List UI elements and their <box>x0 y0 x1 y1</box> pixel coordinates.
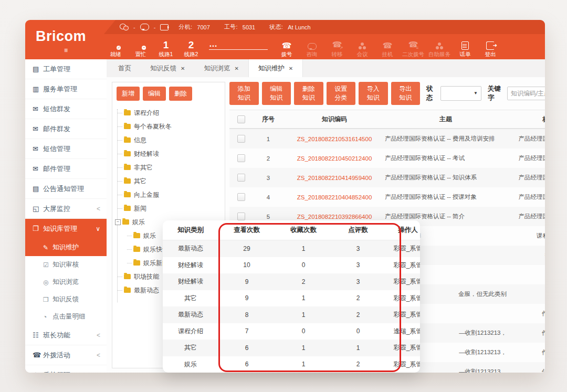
sidebar-item-announcement[interactable]: ▤公告通知管理 <box>25 179 107 199</box>
toolbar-button-设置分类[interactable]: 设置分类 <box>327 82 356 105</box>
agent-action-line1[interactable]: 1线路1 <box>155 37 176 58</box>
wechat-icon[interactable] <box>120 24 129 30</box>
sidebar-subitem-kb-browse[interactable]: ◎知识浏览 <box>25 273 107 291</box>
agent-id-label: 工号: <box>224 23 238 31</box>
call-action-call-record[interactable]: 话单 <box>455 37 476 58</box>
line1-icon: 1 <box>163 40 169 50</box>
tag-cell: 作文素材 <box>512 368 545 373</box>
sidebar-item-big-screen[interactable]: ◱大屏监控< <box>25 199 107 219</box>
service-order-icon: ▥ <box>33 85 43 93</box>
sidebar-subitem-click-detail[interactable]: ◔点击量明细 <box>25 308 107 325</box>
row-checkbox[interactable] <box>237 135 245 143</box>
toolbar-button-导入知识[interactable]: 导入知识 <box>359 82 388 105</box>
tree-node[interactable]: 每个春夏秋冬 <box>118 120 222 133</box>
call-action-dial[interactable]: ☎拨号 <box>276 37 297 58</box>
folder-icon <box>133 247 140 252</box>
tree-node-label: 信息 <box>134 136 146 145</box>
call-action-label: 挂机 <box>382 51 393 58</box>
chat-icon[interactable] <box>140 24 149 30</box>
operator-cell: 彩霞_系管 <box>384 360 420 369</box>
tab-知识反馈[interactable]: 知识反馈✕ <box>141 59 194 77</box>
sidebar-item-mail-manage[interactable]: ✉邮件管理 <box>25 159 107 179</box>
sidebar-item-label: 公告通知管理 <box>43 184 101 194</box>
subject-cell: 产品经理国际资格认证 -- 授课对象 <box>385 193 507 201</box>
keyword-input[interactable] <box>507 87 545 100</box>
sidebar-subitem-kb-maintain[interactable]: ✎知识维护 <box>25 239 107 256</box>
tree-connector <box>118 195 122 195</box>
tab-首页[interactable]: 首页 <box>109 59 141 77</box>
row-checkbox[interactable] <box>237 193 245 201</box>
tree-connector <box>118 277 122 277</box>
tree-button-新增[interactable]: 新增 <box>117 87 140 101</box>
dial-number-line[interactable]: … <box>209 41 268 50</box>
call-action-logout[interactable]: 登出 <box>480 37 501 58</box>
tab-知识维护[interactable]: 知识维护✕ <box>248 59 303 77</box>
tree-node[interactable]: 其它 <box>118 174 222 188</box>
call-action-label: 话单 <box>460 51 471 58</box>
sidebar-item-sms-broadcast[interactable]: ✉短信群发 <box>25 99 107 119</box>
knowledge-code-link[interactable]: ZS_2018082210404852400 <box>284 194 385 200</box>
knowledge-code-link[interactable]: ZS_2018082210392866400 <box>284 214 385 220</box>
sidebar-item-squad-leader[interactable]: ☷班长功能< <box>25 325 107 345</box>
row-checkbox[interactable] <box>237 154 245 162</box>
tree-button-编辑[interactable]: 编辑 <box>143 87 166 101</box>
tree-connector <box>118 126 122 127</box>
tree-node-label: 最新动态 <box>134 286 159 295</box>
tree-node[interactable]: 信息 <box>118 133 222 147</box>
column-header: 知识编码 <box>284 115 385 124</box>
sidebar-item-label: 外拨活动 <box>43 351 97 360</box>
tree-node[interactable]: 新闻 <box>118 202 222 215</box>
toolbar-button-添加知识[interactable]: 添加知识 <box>229 82 259 105</box>
tree-button-删除[interactable]: 删除 <box>169 87 192 101</box>
agent-action-line2[interactable]: 2线路2 <box>181 37 202 58</box>
toolbar-button-删除知识[interactable]: 删除知识 <box>294 82 323 105</box>
sidebar-item-quality-check[interactable]: ❖质检管理< <box>25 365 107 373</box>
comments-cell: 3 <box>332 278 384 285</box>
tree-node[interactable]: 非其它 <box>118 161 222 174</box>
toolbar-button-导出知识[interactable]: 导出知识 <box>391 82 421 105</box>
sidebar-item-knowledge-base[interactable]: ❐知识库管理∨ <box>25 219 107 239</box>
agent-status-label: 状态: <box>269 23 283 31</box>
views-cell: 6 <box>218 344 275 352</box>
agent-action-busy[interactable]: −置忙 <box>130 37 151 58</box>
agent-action-ready[interactable]: ✓就绪 <box>105 37 126 58</box>
sidebar-subitem-kb-audit[interactable]: ☑知识审核 <box>25 256 107 273</box>
sidebar-item-mail-broadcast[interactable]: ✉邮件群发 <box>25 119 107 139</box>
status-select[interactable]: ▼ <box>440 86 481 101</box>
sidebar-item-label: 服务单管理 <box>43 84 101 94</box>
sidebar-item-service-order[interactable]: ▥服务单管理 <box>25 79 107 99</box>
sidebar-subitem-kb-feedback[interactable]: ❒知识反馈 <box>25 291 107 308</box>
knowledge-code-link[interactable]: ZS_2018082210531614500 <box>284 136 385 142</box>
comments-cell: 2 <box>332 361 384 368</box>
favorites-cell: 1 <box>275 294 332 302</box>
tree-node[interactable]: 向上金服 <box>118 188 222 202</box>
views-cell: 9 <box>218 294 275 302</box>
row-checkbox[interactable] <box>237 174 245 182</box>
close-tab-icon[interactable]: ✕ <box>289 66 293 71</box>
sidebar-item-label: 质检管理 <box>43 370 97 373</box>
sidebar-item-outbound[interactable]: ☎外拨活动< <box>25 345 107 365</box>
select-all-checkbox[interactable] <box>237 115 245 123</box>
video-icon[interactable] <box>160 24 169 30</box>
collapse-icon[interactable]: − <box>115 219 121 225</box>
call-action-label: 自助服务 <box>428 51 450 58</box>
knowledge-code-link[interactable]: ZS_2018082210450212400 <box>284 155 385 162</box>
knowledge-code-link[interactable]: ZS_2018082210414959400 <box>284 175 385 181</box>
row-checkbox-cell <box>229 174 253 182</box>
sidebar-item-work-order[interactable]: ▤工单管理 <box>25 59 107 79</box>
tree-node[interactable]: 财经解读 <box>118 147 222 161</box>
chat-status-dash: - <box>154 24 156 30</box>
tag-cell: 产品经理国际资格认证 <box>507 154 545 162</box>
hamburger-icon[interactable]: ≡ <box>64 48 68 53</box>
toolbar-button-编辑知识[interactable]: 编辑知识 <box>262 82 291 105</box>
row-checkbox[interactable] <box>237 213 245 220</box>
close-tab-icon[interactable]: ✕ <box>234 66 238 71</box>
close-tab-icon[interactable]: ✕ <box>181 66 185 71</box>
tree-node-label: 新闻 <box>134 204 146 213</box>
sidebar-item-sms-manage[interactable]: ✉短信管理 <box>25 139 107 159</box>
tree-connector <box>127 263 132 263</box>
tab-知识浏览[interactable]: 知识浏览✕ <box>194 59 248 77</box>
tree-node[interactable]: 课程介绍 <box>118 106 222 120</box>
tree-node-label: 其它 <box>134 177 146 186</box>
call-action-hangup: ☎挂机 <box>377 37 398 58</box>
